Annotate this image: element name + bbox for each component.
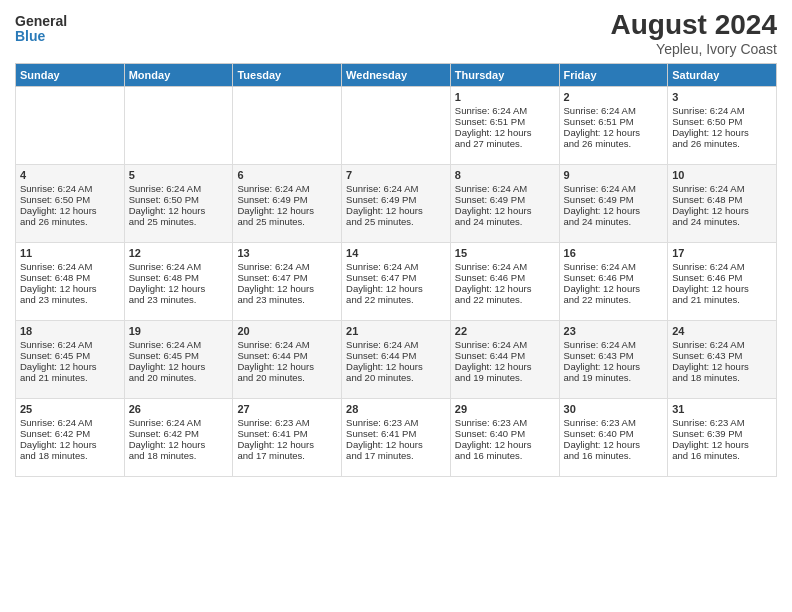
cell-content: Sunrise: 6:24 AM <box>346 183 446 194</box>
calendar-cell <box>16 86 125 164</box>
cell-content: Sunrise: 6:24 AM <box>564 183 664 194</box>
week-row-3: 11Sunrise: 6:24 AMSunset: 6:48 PMDayligh… <box>16 242 777 320</box>
calendar-cell: 12Sunrise: 6:24 AMSunset: 6:48 PMDayligh… <box>124 242 233 320</box>
cell-content: Daylight: 12 hours <box>20 283 120 294</box>
day-header-saturday: Saturday <box>668 63 777 86</box>
day-number: 18 <box>20 325 120 337</box>
calendar-cell: 8Sunrise: 6:24 AMSunset: 6:49 PMDaylight… <box>450 164 559 242</box>
cell-content: Daylight: 12 hours <box>20 205 120 216</box>
cell-content: Daylight: 12 hours <box>129 439 229 450</box>
cell-content: Daylight: 12 hours <box>20 439 120 450</box>
calendar-cell: 9Sunrise: 6:24 AMSunset: 6:49 PMDaylight… <box>559 164 668 242</box>
cell-content: Sunrise: 6:24 AM <box>672 261 772 272</box>
calendar-cell: 17Sunrise: 6:24 AMSunset: 6:46 PMDayligh… <box>668 242 777 320</box>
day-number: 11 <box>20 247 120 259</box>
calendar-cell <box>233 86 342 164</box>
calendar-cell: 21Sunrise: 6:24 AMSunset: 6:44 PMDayligh… <box>342 320 451 398</box>
day-number: 24 <box>672 325 772 337</box>
cell-content: and 23 minutes. <box>237 294 337 305</box>
week-row-1: 1Sunrise: 6:24 AMSunset: 6:51 PMDaylight… <box>16 86 777 164</box>
cell-content: Sunset: 6:44 PM <box>346 350 446 361</box>
cell-content: Sunset: 6:48 PM <box>129 272 229 283</box>
cell-content: Sunset: 6:43 PM <box>564 350 664 361</box>
cell-content: Sunset: 6:46 PM <box>455 272 555 283</box>
day-number: 12 <box>129 247 229 259</box>
cell-content: Sunset: 6:51 PM <box>564 116 664 127</box>
cell-content: Sunrise: 6:23 AM <box>455 417 555 428</box>
cell-content: and 22 minutes. <box>346 294 446 305</box>
cell-content: Daylight: 12 hours <box>20 361 120 372</box>
cell-content: Daylight: 12 hours <box>564 361 664 372</box>
cell-content: Sunrise: 6:24 AM <box>672 339 772 350</box>
title-area: August 2024 Yepleu, Ivory Coast <box>611 10 778 57</box>
calendar-cell: 1Sunrise: 6:24 AMSunset: 6:51 PMDaylight… <box>450 86 559 164</box>
cell-content: Sunrise: 6:24 AM <box>346 261 446 272</box>
calendar-cell: 13Sunrise: 6:24 AMSunset: 6:47 PMDayligh… <box>233 242 342 320</box>
day-number: 8 <box>455 169 555 181</box>
calendar-cell: 16Sunrise: 6:24 AMSunset: 6:46 PMDayligh… <box>559 242 668 320</box>
cell-content: Daylight: 12 hours <box>346 439 446 450</box>
day-number: 7 <box>346 169 446 181</box>
cell-content: Daylight: 12 hours <box>672 205 772 216</box>
cell-content: and 24 minutes. <box>672 216 772 227</box>
day-number: 25 <box>20 403 120 415</box>
calendar-cell: 15Sunrise: 6:24 AMSunset: 6:46 PMDayligh… <box>450 242 559 320</box>
cell-content: Sunrise: 6:24 AM <box>20 261 120 272</box>
calendar-cell: 6Sunrise: 6:24 AMSunset: 6:49 PMDaylight… <box>233 164 342 242</box>
cell-content: Sunset: 6:49 PM <box>346 194 446 205</box>
cell-content: and 19 minutes. <box>564 372 664 383</box>
day-number: 17 <box>672 247 772 259</box>
cell-content: Daylight: 12 hours <box>455 361 555 372</box>
cell-content: and 25 minutes. <box>346 216 446 227</box>
cell-content: Daylight: 12 hours <box>346 361 446 372</box>
cell-content: Daylight: 12 hours <box>672 439 772 450</box>
cell-content: Sunrise: 6:23 AM <box>672 417 772 428</box>
cell-content: Daylight: 12 hours <box>346 283 446 294</box>
week-row-5: 25Sunrise: 6:24 AMSunset: 6:42 PMDayligh… <box>16 398 777 476</box>
cell-content: Sunset: 6:39 PM <box>672 428 772 439</box>
cell-content: and 26 minutes. <box>672 138 772 149</box>
cell-content: and 25 minutes. <box>237 216 337 227</box>
day-number: 6 <box>237 169 337 181</box>
day-header-thursday: Thursday <box>450 63 559 86</box>
day-number: 22 <box>455 325 555 337</box>
cell-content: and 24 minutes. <box>564 216 664 227</box>
day-number: 20 <box>237 325 337 337</box>
cell-content: and 22 minutes. <box>455 294 555 305</box>
cell-content: Sunset: 6:46 PM <box>672 272 772 283</box>
cell-content: and 18 minutes. <box>672 372 772 383</box>
cell-content: and 23 minutes. <box>20 294 120 305</box>
cell-content: and 24 minutes. <box>455 216 555 227</box>
calendar-cell: 2Sunrise: 6:24 AMSunset: 6:51 PMDaylight… <box>559 86 668 164</box>
cell-content: and 20 minutes. <box>129 372 229 383</box>
cell-content: and 20 minutes. <box>346 372 446 383</box>
header-row: SundayMondayTuesdayWednesdayThursdayFrid… <box>16 63 777 86</box>
cell-content: Sunrise: 6:24 AM <box>455 105 555 116</box>
cell-content: Sunset: 6:50 PM <box>672 116 772 127</box>
week-row-2: 4Sunrise: 6:24 AMSunset: 6:50 PMDaylight… <box>16 164 777 242</box>
day-number: 19 <box>129 325 229 337</box>
cell-content: Sunset: 6:48 PM <box>672 194 772 205</box>
calendar-cell: 25Sunrise: 6:24 AMSunset: 6:42 PMDayligh… <box>16 398 125 476</box>
cell-content: Sunrise: 6:24 AM <box>20 339 120 350</box>
page-title: August 2024 <box>611 10 778 41</box>
cell-content: and 17 minutes. <box>237 450 337 461</box>
cell-content: Daylight: 12 hours <box>129 283 229 294</box>
calendar-cell <box>342 86 451 164</box>
day-header-wednesday: Wednesday <box>342 63 451 86</box>
cell-content: Sunset: 6:47 PM <box>346 272 446 283</box>
cell-content: Sunrise: 6:24 AM <box>346 339 446 350</box>
cell-content: Sunrise: 6:23 AM <box>346 417 446 428</box>
calendar-cell: 27Sunrise: 6:23 AMSunset: 6:41 PMDayligh… <box>233 398 342 476</box>
day-header-sunday: Sunday <box>16 63 125 86</box>
cell-content: Sunset: 6:41 PM <box>237 428 337 439</box>
cell-content: Sunset: 6:47 PM <box>237 272 337 283</box>
cell-content: and 20 minutes. <box>237 372 337 383</box>
day-number: 3 <box>672 91 772 103</box>
header: General Blue August 2024 Yepleu, Ivory C… <box>15 10 777 57</box>
cell-content: Sunrise: 6:23 AM <box>564 417 664 428</box>
cell-content: Daylight: 12 hours <box>564 439 664 450</box>
cell-content: Sunset: 6:49 PM <box>564 194 664 205</box>
calendar-cell: 31Sunrise: 6:23 AMSunset: 6:39 PMDayligh… <box>668 398 777 476</box>
cell-content: Sunrise: 6:24 AM <box>129 261 229 272</box>
